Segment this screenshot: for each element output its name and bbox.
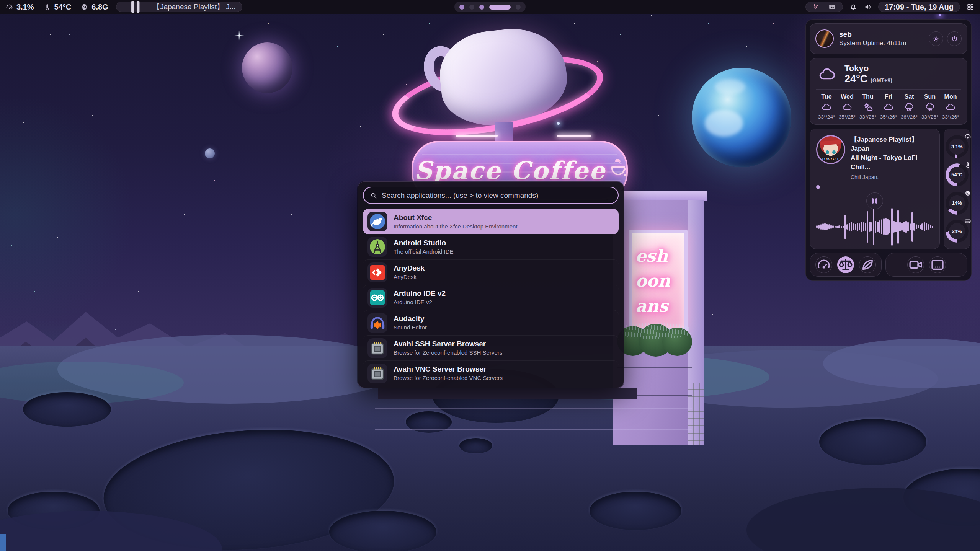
cafe-steps xyxy=(375,398,692,431)
desktop: esh oon ans Space Coffee 3.1% 54°C 6.8G … xyxy=(0,0,980,551)
image-tray-icon[interactable] xyxy=(828,3,836,11)
progress-handle[interactable] xyxy=(816,185,820,189)
star-glow xyxy=(557,122,560,125)
profile-scales-button[interactable] xyxy=(837,256,854,273)
app-list-item[interactable]: Android Studio The official Android IDE xyxy=(363,234,619,259)
earth-planet xyxy=(692,68,791,167)
dark-hill xyxy=(746,488,980,551)
album-art: TOKYO L xyxy=(816,135,845,164)
progress-track xyxy=(822,187,933,187)
system-gauge: 24% xyxy=(944,218,970,244)
system-gauge: 14% xyxy=(944,190,970,216)
cloud-icon xyxy=(816,65,838,83)
cafe-window: esh oon ans xyxy=(629,230,688,332)
neon-tube xyxy=(557,135,591,137)
search-input[interactable] xyxy=(382,191,612,200)
app-list-item[interactable]: Arduino IDE v2 Arduino IDE v2 xyxy=(363,285,619,310)
app-description: Browse for Zeroconf-enabled VNC Servers xyxy=(394,374,503,382)
now-playing-label: 【Japanese Playlist】 J... xyxy=(153,2,235,12)
now-playing-pill[interactable]: 【Japanese Playlist】 J... xyxy=(116,2,242,12)
crater xyxy=(329,511,436,551)
top-bar-right: 17:09 - Tue, 19 Aug xyxy=(805,2,975,12)
system-tray[interactable] xyxy=(805,2,843,12)
screen-button[interactable] xyxy=(929,256,946,273)
speaker-icon[interactable] xyxy=(864,3,872,11)
app-name: Avahi VNC Server Browser xyxy=(394,365,503,374)
app-launcher: About Xfce Information about the Xfce De… xyxy=(358,181,624,388)
workspace-dot-2[interactable] xyxy=(469,5,474,10)
workspace-dot-3[interactable] xyxy=(479,5,484,10)
forecast-day: Wed 35°/25° xyxy=(837,93,858,120)
system-stat: 6.8G xyxy=(80,3,108,11)
weather-forecast: Tue 33°/24° Wed 35°/25° Thu 33°/26° Fri … xyxy=(816,93,961,120)
crater xyxy=(590,492,681,530)
tray-app-icon[interactable] xyxy=(812,3,820,11)
system-stat: 54°C xyxy=(43,3,72,11)
window-neon-text: ans xyxy=(635,295,684,317)
camera-button[interactable] xyxy=(907,256,924,273)
workspace-dot-4[interactable] xyxy=(489,5,511,10)
system-gauge: 54°C xyxy=(944,162,970,188)
pause-icon xyxy=(122,0,149,20)
window-neon-text: esh xyxy=(635,245,684,267)
app-list: About Xfce Information about the Xfce De… xyxy=(363,209,619,386)
star-glow xyxy=(939,14,941,16)
weather-temperature: 24°C xyxy=(844,73,867,85)
forecast-icon xyxy=(946,102,956,112)
forecast-icon xyxy=(863,102,873,112)
small-moon xyxy=(205,148,215,158)
app-name: Audacity xyxy=(394,314,427,324)
power-button[interactable] xyxy=(947,31,962,46)
overview-grid-icon[interactable] xyxy=(966,3,975,11)
bell-icon[interactable] xyxy=(849,3,858,11)
plant-highlight xyxy=(618,323,691,339)
weather-header: Tokyo 24°C (GMT+9) xyxy=(816,64,961,85)
forecast-day: Tue 33°/24° xyxy=(816,93,837,120)
app-name: Android Studio xyxy=(394,238,453,248)
app-description: Browse for Zeroconf-enabled SSH Servers xyxy=(394,349,502,357)
settings-button[interactable] xyxy=(929,31,943,46)
album-art-detail xyxy=(826,150,829,154)
app-list-item[interactable]: Avahi SSH Server Browser Browse for Zero… xyxy=(363,335,619,360)
crater xyxy=(459,438,492,453)
user-info: seb System Uptime: 4h11m xyxy=(839,30,906,47)
profile-leaf-button[interactable] xyxy=(859,256,876,273)
app-name: Arduino IDE v2 xyxy=(394,289,446,298)
forecast-day: Sun 33°/26° xyxy=(920,93,940,120)
capture-group xyxy=(885,253,967,277)
app-list-item[interactable]: About Xfce Information about the Xfce De… xyxy=(363,209,619,234)
user-name: seb xyxy=(839,30,906,39)
track-progress[interactable] xyxy=(816,185,933,189)
system-stats: 3.1% 54°C 6.8G xyxy=(5,3,108,11)
app-list-item[interactable]: Audacity Sound Editor xyxy=(363,310,619,335)
workspace-dot-1[interactable] xyxy=(459,5,464,10)
clock-pill[interactable]: 17:09 - Tue, 19 Aug xyxy=(878,2,960,12)
search-box[interactable] xyxy=(363,187,619,204)
app-icon xyxy=(368,288,387,308)
star-cross xyxy=(234,31,244,41)
app-icon xyxy=(368,313,387,333)
gauge-icon xyxy=(964,189,972,197)
app-name: AnyDesk xyxy=(394,264,425,273)
wallpaper-detail xyxy=(0,534,6,551)
workspace-dot-5[interactable] xyxy=(516,5,521,10)
power-icon xyxy=(951,35,958,42)
system-gauges-card: 3.1% 54°C 14% 24% xyxy=(944,129,970,249)
forecast-icon xyxy=(904,102,914,112)
pause-button[interactable] xyxy=(866,192,883,209)
cafe-sign-text: Space Coffee xyxy=(414,156,606,185)
app-list-item[interactable]: AnyDesk AnyDesk xyxy=(363,259,619,285)
player-row: TOKYO L 【Japanese Playlist】 Japan All Ni… xyxy=(810,129,967,249)
track-title: 【Japanese Playlist】 Japan All Night - To… xyxy=(851,135,933,171)
profile-gauge-button[interactable] xyxy=(815,256,832,273)
workspace-indicator[interactable] xyxy=(454,2,526,12)
weather-card: Tokyo 24°C (GMT+9) Tue 33°/24° Wed 35°/2… xyxy=(810,58,967,125)
system-gauge: 3.1% xyxy=(944,134,970,160)
weather-current: Tokyo 24°C (GMT+9) xyxy=(844,64,892,85)
storefront-base xyxy=(378,388,637,399)
app-list-item[interactable]: Avahi VNC Server Browser Browse for Zero… xyxy=(363,360,619,386)
clock: 17:09 - Tue, 19 Aug xyxy=(885,3,954,11)
audio-visualizer xyxy=(816,209,933,243)
system-uptime: System Uptime: 4h11m xyxy=(839,39,906,47)
album-art-detail xyxy=(832,150,836,154)
